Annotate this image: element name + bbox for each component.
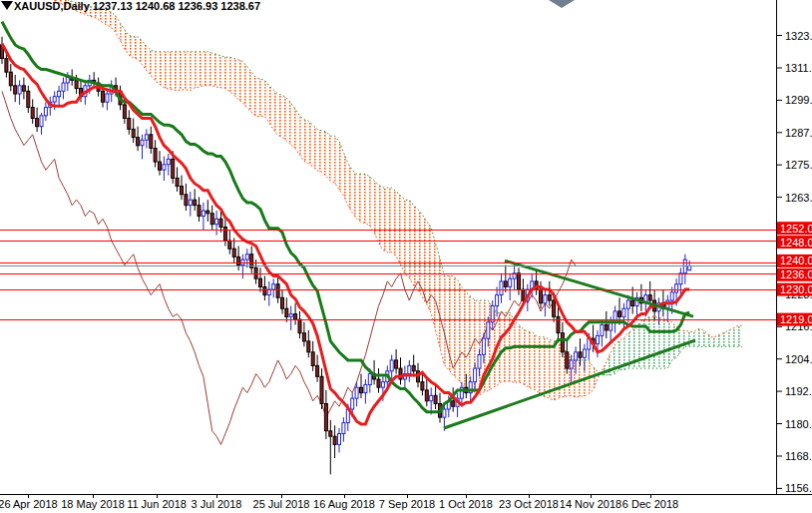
price-tick-label: 1287.75 bbox=[785, 127, 812, 139]
date-tick-label: 25 Jul 2018 bbox=[253, 498, 310, 510]
price-tick-label: 1311.55 bbox=[785, 62, 812, 74]
price-tick-label: 1275.85 bbox=[785, 159, 812, 171]
level-price-label: 1230.00 bbox=[780, 283, 812, 295]
price-chart-canvas[interactable]: 1323.451311.551299.651287.751275.851263.… bbox=[0, 0, 812, 513]
date-tick-label: 26 Apr 2018 bbox=[0, 498, 58, 510]
date-tick-label: 16 Aug 2018 bbox=[313, 498, 375, 510]
price-axis[interactable]: 1323.451311.551299.651287.751275.851263.… bbox=[776, 0, 812, 513]
time-axis[interactable]: 26 Apr 201818 May 201811 Jun 20183 Jul 2… bbox=[0, 494, 812, 510]
chikou-span-line bbox=[2, 91, 576, 444]
date-tick-label: 14 Nov 2018 bbox=[560, 498, 621, 510]
date-tick-label: 23 Oct 2018 bbox=[499, 498, 559, 510]
level-price-label: 1236.00 bbox=[780, 268, 812, 280]
date-tick-label: 6 Dec 2018 bbox=[622, 498, 678, 510]
date-tick-label: 1 Oct 2018 bbox=[439, 498, 493, 510]
candlestick-series bbox=[1, 37, 691, 475]
level-price-label: 1248.00 bbox=[780, 237, 812, 249]
date-tick-label: 7 Sep 2018 bbox=[379, 498, 435, 510]
level-price-label: 1219.00 bbox=[780, 313, 812, 325]
date-tick-label: 3 Jul 2018 bbox=[192, 498, 242, 510]
price-tick-label: 1263.95 bbox=[785, 192, 812, 204]
date-tick-label: 11 Jun 2018 bbox=[127, 498, 187, 510]
level-price-label: 1240.00 bbox=[780, 255, 812, 266]
price-tick-label: 1180.65 bbox=[785, 418, 812, 430]
date-tick-label: 18 May 2018 bbox=[61, 498, 125, 510]
chart-shift-marker-icon[interactable] bbox=[549, 0, 575, 8]
chart-symbol-title: XAUUSD,Daily 1237.13 1240.68 1236.93 123… bbox=[14, 0, 260, 12]
price-tick-label: 1168.75 bbox=[785, 450, 812, 462]
chart-window: XAUUSD,Daily 1237.13 1240.68 1236.93 123… bbox=[0, 0, 812, 513]
price-tick-label: 1204.45 bbox=[785, 353, 812, 365]
ichimoku-cloud bbox=[2, 0, 742, 400]
price-tick-label: 1156.85 bbox=[785, 482, 812, 494]
price-tick-label: 1323.45 bbox=[785, 30, 812, 42]
one-click-trading-icon[interactable] bbox=[1, 1, 13, 10]
price-tick-label: 1192.55 bbox=[785, 385, 812, 397]
price-tick-label: 1299.65 bbox=[785, 94, 812, 106]
level-price-label: 1252.00 bbox=[780, 223, 812, 235]
